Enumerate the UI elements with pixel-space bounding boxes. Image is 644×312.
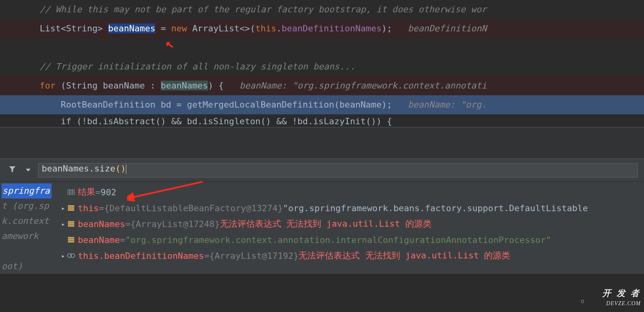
svg-rect-6	[68, 205, 74, 207]
code-line: List<String> beanNames = new ArrayList<>…	[0, 19, 644, 38]
comment-text: // Trigger initialization of all non-laz…	[40, 62, 355, 71]
expand-icon[interactable]: ▸	[60, 220, 67, 228]
code-line: // While this may not be part of the reg…	[0, 0, 644, 19]
variable-error: 无法评估表达式 无法找到 java.util.List 的源类	[220, 218, 432, 230]
variable-error: 无法评估表达式 无法找到 java.util.List 的源类	[299, 250, 510, 262]
text-caret	[126, 164, 126, 174]
variables-panel[interactable]: 结果 = 902 ▸ this = {DefaultListableBeanFa…	[52, 182, 644, 274]
svg-rect-13	[68, 239, 74, 241]
variable-name: this	[78, 203, 99, 213]
svg-rect-14	[68, 241, 74, 243]
object-icon	[67, 237, 75, 243]
svg-rect-9	[68, 221, 74, 223]
comment-text: // While this may not be part of the reg…	[40, 4, 487, 14]
inline-hint: beanName: "org.springframework.context.a…	[224, 81, 487, 91]
selection-highlight: beanNames	[108, 23, 155, 33]
svg-rect-12	[68, 237, 74, 239]
variable-value: "org.springframework.beans.factory.suppo…	[283, 203, 588, 213]
frame-item[interactable]: oot)	[2, 259, 52, 274]
variable-row[interactable]: ▸ this.beanDefinitionNames = {ArrayList@…	[52, 248, 644, 264]
debug-body: springfra t (org.sp k.context amework oo…	[0, 182, 644, 274]
status-char: o	[580, 297, 584, 305]
variable-name: 结果	[78, 186, 95, 198]
variable-type: {DefaultListableBeanFactory@13274}	[104, 203, 283, 213]
code-editor[interactable]: // While this may not be part of the reg…	[0, 0, 644, 127]
svg-rect-11	[68, 225, 74, 227]
frame-item[interactable]: k.context	[2, 214, 52, 229]
evaluate-expression-input[interactable]: beanNames.size()	[38, 163, 638, 177]
expand-icon[interactable]: ▸	[60, 204, 67, 212]
svg-rect-10	[68, 223, 74, 225]
debug-panel: beanNames.size() springfra t (org.sp k.c…	[0, 159, 644, 274]
object-icon	[67, 205, 75, 211]
svg-rect-1	[67, 189, 75, 195]
debug-toolbar: beanNames.size()	[0, 159, 644, 182]
code-line: // Trigger initialization of all non-laz…	[0, 57, 644, 76]
variable-type: {ArrayList@17248}	[130, 219, 220, 229]
frame-item[interactable]: t (org.sp	[2, 198, 52, 214]
variable-name: beanNames	[78, 219, 125, 229]
variable-name: beanName	[78, 235, 120, 245]
execution-line: RootBeanDefinition bd = getMergedLocalBe…	[0, 95, 644, 114]
inline-hint: beanName: "org.	[392, 100, 486, 110]
result-icon	[67, 189, 75, 195]
variable-row[interactable]: ▸ beanNames = {ArrayList@17248} 无法评估表达式 …	[52, 216, 644, 232]
object-icon	[67, 221, 75, 227]
filter-icon[interactable]	[6, 165, 18, 175]
usage-highlight: beanNames	[161, 81, 208, 91]
frame-item[interactable]: springfra	[2, 183, 52, 198]
variable-row[interactable]: beanName = "org.springframework.context.…	[52, 232, 644, 248]
inline-hint: beanDefinitionN	[392, 23, 487, 33]
code-line: if (!bd.isAbstract() && bd.isSingleton()…	[0, 114, 644, 127]
expand-icon[interactable]: ▸	[60, 252, 67, 260]
variable-name: this.beanDefinitionNames	[78, 251, 204, 261]
dropdown-icon[interactable]	[22, 165, 34, 175]
svg-rect-7	[68, 207, 74, 209]
variable-row[interactable]: ▸ this = {DefaultListableBeanFactory@132…	[52, 200, 644, 216]
variable-row[interactable]: 结果 = 902	[52, 184, 644, 200]
frames-panel[interactable]: springfra t (org.sp k.context amework oo…	[0, 182, 52, 274]
code-line: for (String beanName : beanNames) { bean…	[0, 76, 644, 95]
frame-item[interactable]: amework	[2, 229, 52, 244]
panel-separator	[0, 127, 644, 159]
svg-rect-8	[68, 209, 74, 211]
variable-type: {ArrayList@17192}	[209, 251, 299, 261]
watermark: 开 发 者 DEVZE.COM	[602, 288, 641, 309]
watch-icon	[67, 253, 75, 258]
variable-value: "org.springframework.context.annotation.…	[125, 235, 551, 245]
variable-value: 902	[100, 187, 116, 197]
code-line	[0, 38, 644, 57]
